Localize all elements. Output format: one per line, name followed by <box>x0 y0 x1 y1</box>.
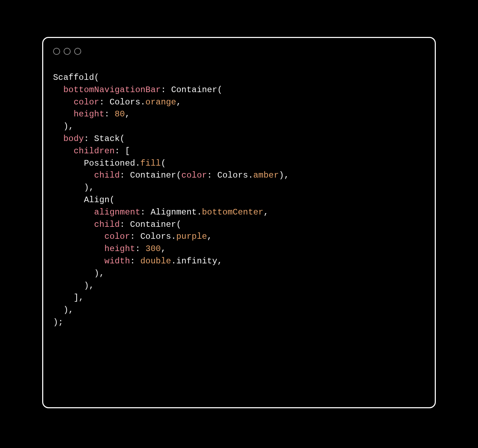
code-token: ], <box>73 293 84 302</box>
code-token: , <box>125 109 130 119</box>
code-token: ), <box>84 183 94 192</box>
code-token: color <box>181 171 207 180</box>
code-token: fill <box>140 159 161 168</box>
code-token: orange <box>146 97 176 107</box>
code-token: width <box>104 256 130 266</box>
code-token: height <box>104 244 135 254</box>
code-token: , <box>264 207 269 217</box>
code-token: ), <box>63 305 73 315</box>
code-token: purple <box>176 232 207 241</box>
code-token: .infinity, <box>171 256 222 266</box>
traffic-light-minimize-icon[interactable] <box>64 48 71 55</box>
code-token: bottomNavigationBar <box>63 85 161 95</box>
code-token: : Colors. <box>130 232 176 241</box>
code-token: : Stack( <box>84 134 125 143</box>
code-token: color <box>73 97 99 107</box>
code-token: child <box>94 220 120 229</box>
window-traffic-lights <box>53 48 425 55</box>
code-token: : Alignment. <box>140 207 202 217</box>
code-token: children <box>73 146 115 156</box>
code-token: : Container( <box>120 171 181 180</box>
code-token: 80 <box>115 109 125 119</box>
code-token: ( <box>161 159 166 168</box>
code-token: ); <box>53 318 63 327</box>
code-token: ), <box>84 281 94 290</box>
code-token: body <box>63 134 84 143</box>
code-token: double <box>140 256 171 266</box>
code-token: 300 <box>146 244 161 254</box>
code-token: : Colors. <box>99 97 145 107</box>
code-token: ), <box>63 122 73 131</box>
code-token: height <box>73 109 104 119</box>
code-token: Scaffold( <box>53 73 99 82</box>
code-token: amber <box>253 171 279 180</box>
code-token: alignment <box>94 207 140 217</box>
code-token: , <box>207 232 212 241</box>
code-token: : <box>135 244 146 254</box>
code-token: : <box>104 109 115 119</box>
code-token: : Colors. <box>207 171 253 180</box>
code-window: Scaffold( bottomNavigationBar: Container… <box>42 37 436 408</box>
code-token: bottomCenter <box>202 207 263 217</box>
code-token: ), <box>279 171 289 180</box>
code-token: : <box>130 256 140 266</box>
traffic-light-close-icon[interactable] <box>53 48 60 55</box>
code-token: child <box>94 171 120 180</box>
code-block: Scaffold( bottomNavigationBar: Container… <box>53 72 425 329</box>
code-token: ), <box>94 269 104 278</box>
code-token: color <box>104 232 130 241</box>
code-token: , <box>176 97 181 107</box>
code-token: : Container( <box>161 85 222 95</box>
traffic-light-zoom-icon[interactable] <box>74 48 81 55</box>
code-token: : Container( <box>120 220 181 229</box>
code-token: , <box>161 244 166 254</box>
code-token: : [ <box>115 146 130 156</box>
code-token: Positioned. <box>84 159 141 168</box>
code-token: Align( <box>84 195 115 205</box>
